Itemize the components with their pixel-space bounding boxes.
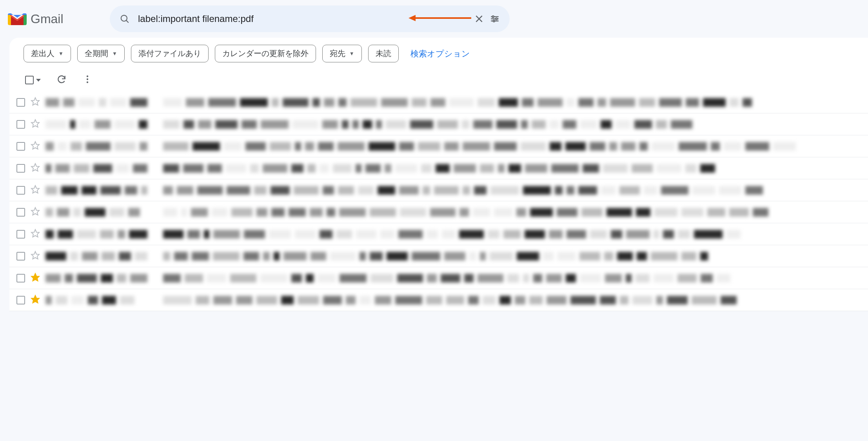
annotation-arrow-icon	[409, 13, 471, 24]
star-icon[interactable]	[31, 207, 40, 218]
email-sender-redacted	[45, 164, 147, 173]
svg-line-1	[126, 20, 129, 23]
email-sender-redacted	[45, 186, 147, 195]
email-row[interactable]	[9, 267, 868, 289]
gmail-logo-icon	[8, 11, 27, 27]
filter-unread[interactable]: 未読	[368, 45, 399, 62]
svg-point-9	[492, 16, 494, 17]
filter-from[interactable]: 差出人 ▼	[24, 45, 71, 62]
chevron-down-icon: ▼	[112, 51, 117, 56]
svg-marker-21	[31, 230, 39, 237]
logo[interactable]: Gmail	[8, 11, 110, 27]
svg-point-12	[87, 75, 88, 77]
email-row[interactable]	[9, 113, 868, 135]
filter-has-attachment[interactable]: 添付ファイルあり	[131, 45, 209, 62]
filter-to-label: 宛先	[330, 48, 345, 59]
svg-marker-18	[31, 164, 39, 171]
row-checkbox[interactable]	[16, 164, 25, 173]
row-checkbox[interactable]	[16, 296, 25, 304]
row-checkbox[interactable]	[16, 252, 25, 261]
email-sender-redacted	[45, 296, 147, 304]
search-input[interactable]	[133, 13, 397, 24]
checkbox-icon[interactable]	[25, 76, 34, 84]
svg-point-0	[121, 15, 127, 21]
filter-bar: 差出人 ▼ 全期間 ▼ 添付ファイルあり カレンダーの更新を除外 宛先 ▼ 未読…	[9, 38, 868, 69]
email-subject-redacted	[163, 164, 863, 173]
star-icon[interactable]	[31, 163, 40, 174]
email-row[interactable]	[9, 289, 868, 311]
svg-point-11	[493, 20, 495, 22]
svg-marker-15	[31, 98, 39, 105]
email-subject-redacted	[163, 274, 863, 282]
email-subject-redacted	[163, 142, 863, 151]
email-sender-redacted	[45, 98, 147, 107]
svg-marker-20	[31, 208, 39, 215]
star-icon[interactable]	[31, 141, 40, 152]
row-checkbox[interactable]	[16, 120, 25, 129]
email-sender-redacted	[45, 208, 147, 217]
clear-search-icon[interactable]	[471, 11, 487, 27]
row-checkbox[interactable]	[16, 186, 25, 195]
select-all[interactable]	[25, 76, 41, 84]
chevron-down-icon[interactable]	[36, 79, 41, 82]
email-subject-redacted	[163, 230, 863, 239]
star-icon[interactable]	[31, 185, 40, 196]
email-row[interactable]	[9, 91, 868, 113]
toolbar	[9, 69, 868, 91]
star-icon[interactable]	[31, 273, 40, 284]
svg-marker-22	[31, 251, 39, 259]
star-icon[interactable]	[31, 229, 40, 240]
filter-exclude-calendar[interactable]: カレンダーの更新を除外	[215, 45, 316, 62]
filter-to[interactable]: 宛先 ▼	[322, 45, 362, 62]
email-row[interactable]	[9, 157, 868, 179]
filter-from-label: 差出人	[31, 48, 54, 59]
svg-marker-3	[409, 15, 416, 21]
filter-exclude-calendar-label: カレンダーの更新を除外	[222, 48, 309, 59]
search-icon[interactable]	[117, 11, 133, 27]
app-name: Gmail	[31, 12, 64, 26]
more-icon[interactable]	[82, 74, 93, 86]
filter-unread-label: 未読	[376, 48, 391, 59]
chevron-down-icon: ▼	[349, 51, 354, 56]
star-icon[interactable]	[31, 119, 40, 130]
svg-marker-17	[31, 142, 39, 149]
svg-marker-19	[31, 186, 39, 193]
email-list	[9, 91, 868, 311]
svg-point-10	[496, 18, 497, 20]
email-sender-redacted	[45, 230, 147, 239]
filter-time-label: 全期間	[85, 48, 108, 59]
svg-marker-24	[31, 295, 39, 303]
filter-time[interactable]: 全期間 ▼	[77, 45, 125, 62]
row-checkbox[interactable]	[16, 208, 25, 217]
search-options-icon[interactable]	[487, 11, 503, 27]
email-row[interactable]	[9, 179, 868, 201]
row-checkbox[interactable]	[16, 274, 25, 282]
svg-point-13	[87, 78, 88, 80]
row-checkbox[interactable]	[16, 142, 25, 151]
row-checkbox[interactable]	[16, 230, 25, 239]
search-box[interactable]	[110, 5, 510, 32]
email-subject-redacted	[163, 98, 863, 107]
svg-marker-16	[31, 120, 39, 127]
row-checkbox[interactable]	[16, 98, 25, 107]
svg-marker-23	[31, 273, 39, 281]
star-icon[interactable]	[31, 97, 40, 108]
svg-point-14	[87, 81, 88, 83]
star-icon[interactable]	[31, 295, 40, 306]
email-subject-redacted	[163, 252, 863, 261]
chevron-down-icon: ▼	[58, 51, 64, 56]
refresh-icon[interactable]	[56, 74, 67, 86]
email-row[interactable]	[9, 245, 868, 267]
email-subject-redacted	[163, 186, 863, 195]
email-sender-redacted	[45, 274, 147, 282]
email-row[interactable]	[9, 223, 868, 245]
filter-has-attachment-label: 添付ファイルあり	[138, 48, 201, 59]
advanced-search-link[interactable]: 検索オプション	[410, 48, 470, 59]
header: Gmail	[0, 0, 868, 38]
email-row[interactable]	[9, 135, 868, 157]
email-row[interactable]	[9, 201, 868, 223]
email-sender-redacted	[45, 120, 147, 129]
email-subject-redacted	[163, 296, 863, 304]
email-sender-redacted	[45, 252, 147, 261]
star-icon[interactable]	[31, 251, 40, 262]
